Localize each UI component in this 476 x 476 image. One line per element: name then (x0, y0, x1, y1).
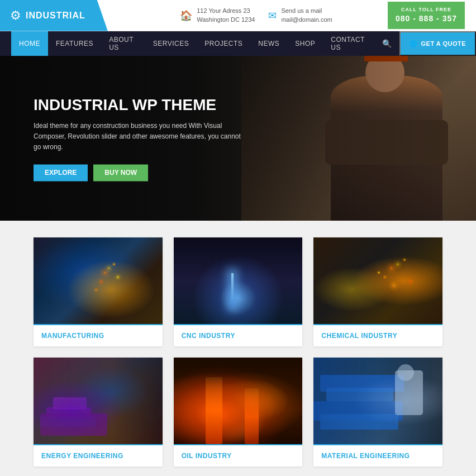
tollfree-button[interactable]: CALL TOLL FREE 080 - 888 - 357 (388, 2, 465, 28)
nav-services[interactable]: SERVICES (145, 31, 197, 56)
oil-image (174, 358, 303, 444)
hero-buttons: EXPLORE BUY NOW (34, 164, 246, 181)
nav-items: HOME FEATURES ABOUT US SERVICES PROJECTS… (11, 31, 399, 56)
email-icon: ✉ (268, 9, 277, 22)
services-grid: MANUFACTURING CNC INDUSTRY (34, 237, 442, 467)
services-section: MANUFACTURING CNC INDUSTRY (0, 221, 476, 476)
cnc-label: CNC INDUSTRY (174, 324, 303, 346)
chemical-label: CHEMICAL INDUSTRY (313, 324, 442, 346)
service-manufacturing[interactable]: MANUFACTURING (34, 237, 163, 346)
email-value: mail@domain.com (281, 16, 332, 24)
globe-icon: 🌐 (410, 40, 418, 47)
cnc-image (174, 237, 303, 324)
material-image (313, 358, 442, 444)
logo-text: INDUSTRIAL (26, 11, 85, 21)
manufacturing-image (34, 237, 163, 324)
hero-title: INDUSTRIAL WP THEME (34, 96, 246, 115)
hero-section: INDUSTRIAL WP THEME Ideal theme for any … (0, 56, 476, 221)
search-icon[interactable]: 🔍 (374, 39, 399, 48)
nav-news[interactable]: NEWS (250, 31, 287, 56)
service-energy[interactable]: ENERGY ENGINEERING (34, 358, 163, 467)
chemical-image (313, 237, 442, 324)
email-label: Send us a mail (281, 7, 332, 15)
nav-projects[interactable]: PROJECTS (197, 31, 250, 56)
address-line1: 112 Your Adress 23 (197, 7, 255, 15)
gear-icon: ⚙ (10, 8, 21, 23)
email-item: ✉ Send us a mail mail@domain.com (268, 7, 332, 24)
energy-label: ENERGY ENGINEERING (34, 444, 163, 467)
address-item: 🏠 112 Your Adress 23 Washington DC 1234 (180, 7, 255, 24)
quote-label: GET A QUOTE (421, 40, 466, 47)
home-icon: 🏠 (180, 9, 192, 22)
service-chemical[interactable]: CHEMICAL INDUSTRY (313, 237, 442, 346)
service-material[interactable]: MATERIAL ENGINEERING (313, 358, 442, 467)
service-cnc[interactable]: CNC INDUSTRY (174, 237, 303, 346)
tollfree-number: 080 - 888 - 357 (396, 13, 457, 25)
buynow-button[interactable]: BUY NOW (93, 164, 148, 181)
hero-content: INDUSTRIAL WP THEME Ideal theme for any … (34, 96, 246, 181)
nav-shop[interactable]: SHOP (287, 31, 323, 56)
tollfree-label: CALL TOLL FREE (396, 6, 457, 13)
service-oil[interactable]: OIL INDUSTRY (174, 358, 303, 467)
nav-features[interactable]: FEATURES (48, 31, 101, 56)
nav-home[interactable]: HOME (11, 31, 48, 56)
energy-image (34, 358, 163, 444)
explore-button[interactable]: EXPLORE (34, 164, 88, 181)
logo[interactable]: ⚙ INDUSTRIAL (0, 0, 108, 31)
hero-subtitle: Ideal theme for any construction busines… (34, 121, 246, 154)
material-label: MATERIAL ENGINEERING (313, 444, 442, 467)
oil-label: OIL INDUSTRY (174, 444, 303, 467)
address-line2: Washington DC 1234 (197, 16, 255, 24)
nav-contact[interactable]: CONTACT US (323, 31, 374, 56)
nav-about[interactable]: ABOUT US (101, 31, 145, 56)
contact-info: 🏠 112 Your Adress 23 Washington DC 1234 … (125, 7, 388, 24)
manufacturing-label: MANUFACTURING (34, 324, 163, 346)
navigation: HOME FEATURES ABOUT US SERVICES PROJECTS… (0, 31, 476, 56)
get-quote-button[interactable]: 🌐 GET A QUOTE (399, 31, 476, 56)
top-bar: ⚙ INDUSTRIAL 🏠 112 Your Adress 23 Washin… (0, 0, 476, 31)
